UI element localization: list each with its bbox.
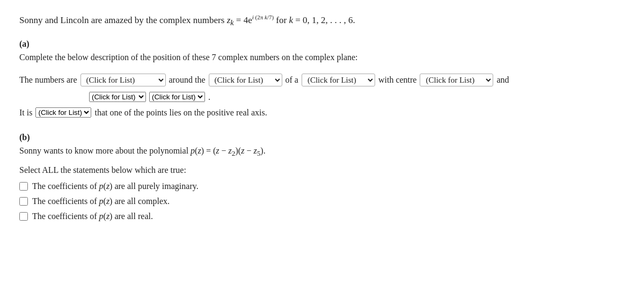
checkbox-item-1: The coefficients of p(z) are all purely … (19, 181, 625, 191)
fill-in-row-3: It is (Click for List) true false that o… (19, 107, 625, 118)
and-text: and (496, 75, 509, 85)
problem-statement: Sonny and Lincoln are amazed by the comp… (19, 13, 625, 28)
part-b-description: Sonny wants to know more about the polyn… (19, 144, 625, 159)
the-numbers-are-text: The numbers are (19, 75, 77, 85)
fill-in-row-2: (Click for List) radius diameter circumf… (19, 92, 625, 102)
it-is-text: It is (19, 108, 32, 118)
checkbox-all-real[interactable] (19, 212, 28, 221)
checkbox-label-1: The coefficients of p(z) are all purely … (32, 181, 199, 191)
dropdown-6[interactable]: (Click for List) 4 1 7 (149, 92, 205, 102)
dropdown-1[interactable]: (Click for List) evenly spaced equally d… (80, 74, 166, 86)
checkbox-purely-imaginary[interactable] (19, 182, 28, 191)
that-one-of-text: that one of the points lies on the posit… (94, 108, 267, 118)
checkbox-label-3: The coefficients of p(z) are all real. (32, 212, 153, 221)
part-b-label: (b) (19, 133, 625, 142)
of-a-text: of a (286, 75, 298, 85)
around-the-text: around the (169, 75, 206, 85)
part-a-label: (a) (19, 39, 625, 49)
select-all-label: Select ALL the statements below which ar… (19, 165, 625, 175)
fill-in-row-1: The numbers are (Click for List) evenly … (19, 74, 625, 86)
part-a-description: Complete the below description of the po… (19, 51, 625, 64)
checkbox-all-complex[interactable] (19, 197, 28, 206)
checkbox-item-2: The coefficients of p(z) are all complex… (19, 197, 625, 206)
part-b-section: (b) Sonny wants to know more about the p… (19, 133, 625, 221)
dropdown-7[interactable]: (Click for List) true false (35, 107, 91, 118)
checkbox-item-3: The coefficients of p(z) are all real. (19, 212, 625, 221)
dropdown-2[interactable]: (Click for List) circumference centre bo… (209, 74, 282, 86)
period-text: . (208, 92, 210, 102)
dropdown-3[interactable]: (Click for List) circle square triangle (302, 74, 375, 86)
dropdown-4[interactable]: (Click for List) 0 1 4 (420, 74, 493, 86)
checkbox-label-2: The coefficients of p(z) are all complex… (32, 197, 170, 206)
with-centre-text: with centre (378, 75, 417, 85)
dropdown-5[interactable]: (Click for List) radius diameter circumf… (89, 92, 146, 102)
part-a-section: (a) Complete the below description of th… (19, 39, 625, 118)
